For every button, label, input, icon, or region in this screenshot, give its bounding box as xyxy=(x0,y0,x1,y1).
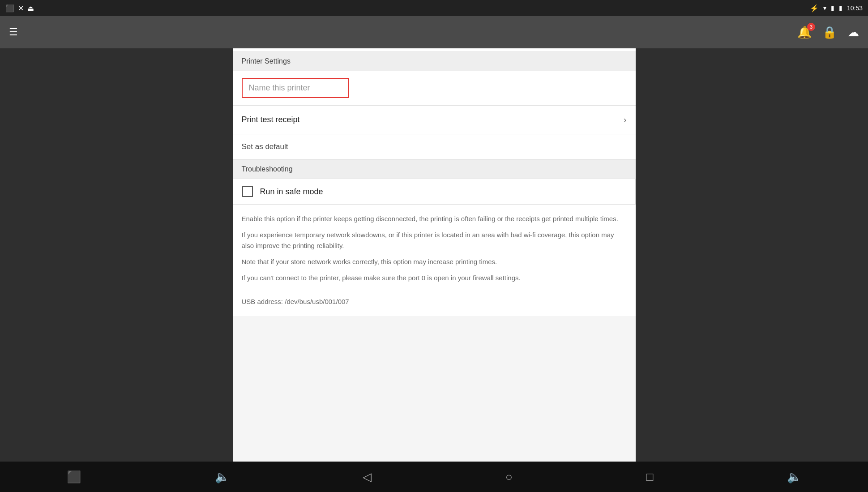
cloud-icon[interactable]: ☁ xyxy=(847,26,859,39)
printer-name-area xyxy=(233,71,636,105)
notification-badge: 3 xyxy=(807,23,815,31)
troubleshooting-header: Troubleshooting xyxy=(233,160,636,179)
description-area: Enable this option if the printer keeps … xyxy=(233,205,636,293)
description-p1: Enable this option if the printer keeps … xyxy=(242,214,627,224)
x-status-icon: ✕ xyxy=(18,4,24,13)
wifi-icon: ▾ xyxy=(823,4,826,12)
set-default-label: Set as default xyxy=(242,142,288,151)
safe-mode-checkbox[interactable] xyxy=(242,186,253,197)
volume-right-icon[interactable]: 🔈 xyxy=(787,470,801,484)
bluetooth-icon: ⚡ xyxy=(810,4,819,13)
app-bar: ☰ 🔔 3 🔒 ☁ xyxy=(0,16,868,48)
dialog-body: Printer Settings Print test receipt › Se… xyxy=(233,52,636,462)
camera-bottom-icon[interactable]: ⬛ xyxy=(67,470,81,484)
description-text: Enable this option if the printer keeps … xyxy=(242,214,627,283)
usb-status-icon: ⏏ xyxy=(27,4,34,13)
bottom-navigation-bar: ⬛ 🔈 ◁ ○ □ 🔈 xyxy=(0,462,868,492)
notification-bell[interactable]: 🔔 3 xyxy=(797,26,812,39)
usb-address: USB address: /dev/bus/usb/001/007 xyxy=(233,293,636,316)
status-bar-left: ⬛ ✕ ⏏ xyxy=(5,4,34,13)
safe-mode-row: Run in safe mode xyxy=(233,179,636,205)
description-p4: If you can't connect to the printer, ple… xyxy=(242,273,627,283)
print-test-receipt-item[interactable]: Print test receipt › xyxy=(233,106,636,134)
safe-mode-label: Run in safe mode xyxy=(260,187,323,197)
chevron-right-icon: › xyxy=(624,115,627,125)
signal-icon: ▮ xyxy=(831,4,834,12)
printer-settings-header: Printer Settings xyxy=(233,52,636,71)
set-default-row[interactable]: Set as default xyxy=(233,134,636,160)
camera-status-icon: ⬛ xyxy=(5,4,14,13)
status-bar-right: ⚡ ▾ ▮ ▮ 10:53 xyxy=(810,4,863,13)
receipt-printer-dialog: × Receipt Printer ✓ Printer Settings Pri… xyxy=(233,16,636,462)
description-p2: If you experience temporary network slow… xyxy=(242,230,627,251)
app-bar-right: 🔔 3 🔒 ☁ xyxy=(797,26,859,39)
print-test-receipt-label: Print test receipt xyxy=(242,115,300,124)
description-p3: Note that if your store network works co… xyxy=(242,257,627,267)
recents-icon[interactable]: □ xyxy=(646,470,653,484)
home-icon[interactable]: ○ xyxy=(505,470,513,484)
hamburger-menu[interactable]: ☰ xyxy=(9,26,18,38)
battery-icon: ▮ xyxy=(839,4,842,12)
back-icon[interactable]: ◁ xyxy=(363,470,372,484)
printer-name-input[interactable] xyxy=(242,78,349,98)
time-display: 10:53 xyxy=(847,4,863,12)
volume-left-icon[interactable]: 🔈 xyxy=(215,470,229,484)
lock-icon[interactable]: 🔒 xyxy=(822,26,837,39)
status-bar: ⬛ ✕ ⏏ ⚡ ▾ ▮ ▮ 10:53 xyxy=(0,0,868,16)
